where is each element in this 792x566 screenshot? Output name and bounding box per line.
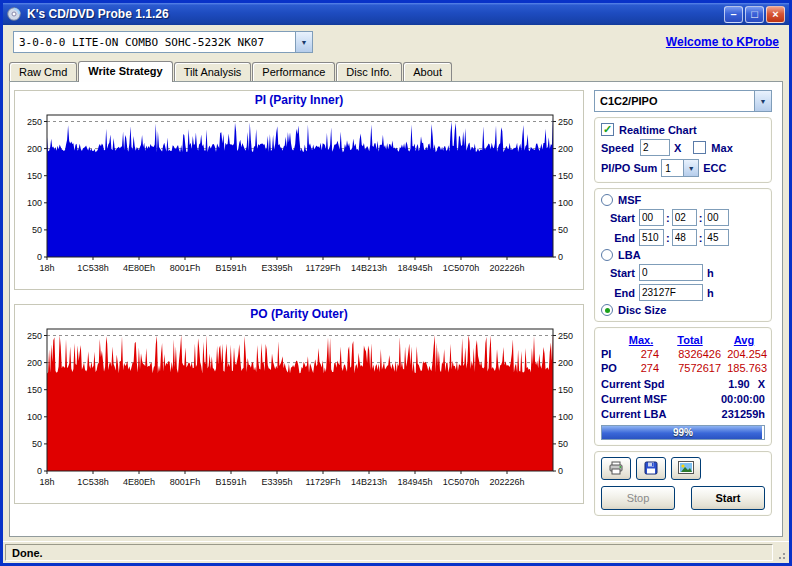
- tab-label: Write Strategy: [88, 65, 162, 77]
- tab-disc-info[interactable]: Disc Info.: [336, 62, 402, 81]
- svg-text:1C5070h: 1C5070h: [443, 263, 480, 273]
- current-speed-unit: X: [758, 378, 765, 390]
- lba-end-field[interactable]: [639, 284, 703, 301]
- stats-header-avg: Avg: [721, 333, 767, 347]
- pi-chart-panel: PI (Parity Inner) 0050501001001501502002…: [14, 90, 584, 290]
- mode-select[interactable]: C1C2/PIPO ▼: [594, 90, 772, 112]
- svg-text:0: 0: [37, 466, 42, 476]
- app-icon cd-disc-icon: [7, 6, 23, 22]
- save-button[interactable]: [636, 457, 666, 480]
- status-bar: Done.: [3, 541, 789, 563]
- pipo-sum-label: PI/PO Sum: [601, 162, 657, 174]
- svg-text:0: 0: [558, 252, 563, 262]
- svg-text:50: 50: [558, 225, 568, 235]
- svg-text:250: 250: [27, 331, 42, 341]
- options-group: Realtime Chart Speed X Max PI/PO Sum 1 ▼…: [594, 117, 772, 183]
- colon-separator: :: [699, 232, 703, 244]
- chevron-down-icon[interactable]: ▼: [295, 32, 312, 52]
- progress-label: 99%: [602, 426, 764, 439]
- lba-end-label: End: [601, 287, 635, 299]
- msf-end-field-3[interactable]: [704, 229, 729, 246]
- tab-performance[interactable]: Performance: [252, 62, 335, 81]
- tabstrip: Raw Cmd Write Strategy Tilt Analysis Per…: [3, 59, 789, 81]
- titlebar[interactable]: K's CD/DVD Probe 1.1.26 – □ ×: [3, 3, 789, 25]
- print-button[interactable]: [601, 457, 631, 480]
- msf-end-label: End: [601, 232, 635, 244]
- icon-button-row: [601, 457, 765, 480]
- pipo-sum-select[interactable]: 1 ▼: [661, 159, 699, 177]
- msf-start-field-3[interactable]: [704, 209, 729, 226]
- stats-group: Max. Total Avg PI 274 8326426 204.254 PO…: [594, 327, 772, 446]
- svg-text:202226h: 202226h: [489, 263, 524, 273]
- image-icon: [678, 461, 694, 476]
- realtime-chart-label: Realtime Chart: [619, 124, 697, 136]
- svg-text:1C5070h: 1C5070h: [443, 477, 480, 487]
- svg-text:200: 200: [27, 144, 42, 154]
- msf-end-field-1[interactable]: [639, 229, 664, 246]
- minimize-button minimize-icon[interactable]: –: [724, 6, 743, 23]
- svg-text:150: 150: [558, 171, 573, 181]
- pi-chart: 00505010010015015020020025025018h1C538h4…: [15, 109, 583, 291]
- svg-text:18h: 18h: [39, 477, 54, 487]
- progress-bar: 99%: [601, 425, 765, 440]
- stats-row-po-label: PO: [601, 361, 623, 375]
- tab-about[interactable]: About: [403, 62, 452, 81]
- current-lba-value: 231259h: [722, 408, 765, 420]
- resize-grip[interactable]: [773, 547, 787, 561]
- svg-text:14B213h: 14B213h: [351, 263, 387, 273]
- current-lba-label: Current LBA: [601, 408, 677, 420]
- tab-label: Tilt Analysis: [184, 66, 242, 78]
- stats-row-pi-label: PI: [601, 347, 623, 361]
- disc-size-radio[interactable]: [601, 304, 613, 316]
- lba-start-field[interactable]: [639, 264, 703, 281]
- msf-start-field-1[interactable]: [639, 209, 664, 226]
- colon-separator: :: [666, 212, 670, 224]
- chevron-down-icon[interactable]: ▼: [683, 160, 698, 176]
- tab-write-strategy[interactable]: Write Strategy: [78, 61, 172, 82]
- msf-end-field-2[interactable]: [672, 229, 697, 246]
- po-total-value: 7572617: [659, 361, 721, 375]
- po-chart-panel: PO (Parity Outer) 0050501001001501502002…: [14, 304, 584, 504]
- max-speed-label: Max: [711, 142, 732, 154]
- msf-start-field-2[interactable]: [672, 209, 697, 226]
- pipo-sum-value: 1: [662, 163, 683, 174]
- actions-group: Stop Start: [594, 451, 772, 516]
- drive-select[interactable]: 3-0-0-0 LITE-ON COMBO SOHC-5232K NK07 ▼: [13, 31, 313, 53]
- status-text: Done.: [12, 547, 43, 559]
- drive-select-value: 3-0-0-0 LITE-ON COMBO SOHC-5232K NK07: [14, 36, 295, 49]
- msf-start-label: Start: [601, 212, 635, 224]
- stop-button[interactable]: Stop: [601, 486, 675, 510]
- status-cell: Done.: [5, 544, 773, 561]
- realtime-chart-checkbox[interactable]: [601, 123, 614, 136]
- svg-text:50: 50: [32, 225, 42, 235]
- msf-radio[interactable]: [601, 194, 613, 206]
- max-speed-checkbox[interactable]: [693, 141, 706, 154]
- po-max-value: 274: [623, 361, 659, 375]
- chevron-down-icon[interactable]: ▼: [754, 91, 771, 111]
- tab-raw-cmd[interactable]: Raw Cmd: [9, 62, 77, 81]
- svg-text:202226h: 202226h: [489, 477, 524, 487]
- range-group: MSF Start : : End : :: [594, 188, 772, 322]
- svg-text:8001Fh: 8001Fh: [170, 477, 201, 487]
- svg-text:200: 200: [27, 358, 42, 368]
- speed-label: Speed: [601, 142, 634, 154]
- po-avg-value: 185.763: [721, 361, 767, 375]
- stats-header-max: Max.: [623, 333, 659, 347]
- svg-text:11729Fh: 11729Fh: [306, 477, 341, 487]
- svg-text:200: 200: [558, 144, 573, 154]
- window-title: K's CD/DVD Probe 1.1.26: [27, 7, 724, 21]
- start-button[interactable]: Start: [691, 486, 765, 510]
- snapshot-button[interactable]: [671, 457, 701, 480]
- speed-input[interactable]: [640, 139, 670, 156]
- welcome-link[interactable]: Welcome to KProbe: [666, 35, 779, 49]
- svg-text:100: 100: [27, 412, 42, 422]
- lba-radio[interactable]: [601, 249, 613, 261]
- svg-text:4E80Eh: 4E80Eh: [123, 263, 155, 273]
- svg-text:50: 50: [558, 439, 568, 449]
- svg-text:100: 100: [558, 198, 573, 208]
- maximize-button maximize-icon[interactable]: □: [745, 6, 764, 23]
- svg-text:250: 250: [27, 117, 42, 127]
- app-window: K's CD/DVD Probe 1.1.26 – □ × 3-0-0-0 LI…: [0, 0, 792, 566]
- tab-tilt-analysis[interactable]: Tilt Analysis: [174, 62, 252, 81]
- close-button close-icon[interactable]: ×: [766, 6, 785, 23]
